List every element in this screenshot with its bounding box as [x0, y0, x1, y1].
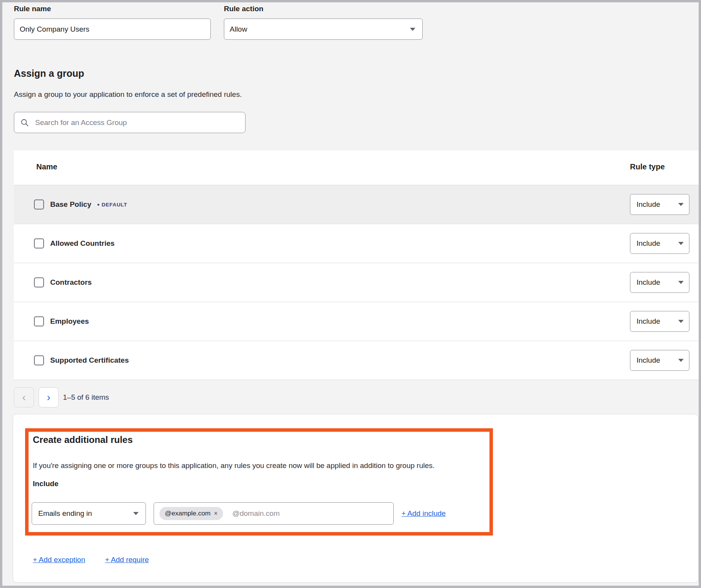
rule-type-select[interactable]: Include [630, 350, 689, 371]
additional-rules-description: If you're assigning one or more groups t… [33, 461, 435, 470]
domain-input[interactable] [232, 509, 388, 518]
chevron-down-icon [678, 281, 684, 284]
rule-type-column-header: Rule type [630, 162, 665, 171]
email-domains-input-box[interactable]: @example.com × [154, 502, 394, 525]
table-row: Allowed Countries Include [14, 224, 699, 263]
row-checkbox[interactable] [34, 199, 44, 210]
chevron-down-icon [410, 28, 415, 31]
search-input[interactable] [34, 118, 239, 127]
group-table-header: Name Rule type [14, 150, 699, 185]
rule-type-select[interactable]: Include [630, 233, 689, 254]
rule-name-input[interactable] [14, 19, 211, 40]
chevron-left-icon: ‹ [22, 392, 26, 403]
assign-group-heading: Assign a group [14, 68, 84, 79]
table-row: Contractors Include [14, 263, 699, 302]
row-checkbox[interactable] [34, 277, 44, 287]
chevron-down-icon [678, 203, 684, 206]
app-screen: Rule name Rule action Allow Assign a gro… [0, 0, 701, 588]
add-include-link[interactable]: + Add include [401, 509, 446, 518]
email-chip-text: @example.com [165, 510, 210, 517]
default-badge-text: DEFAULT [102, 202, 127, 208]
create-additional-rules-heading: Create additional rules [33, 434, 133, 445]
row-checkbox[interactable] [34, 355, 44, 365]
rule-type-value: Include [637, 278, 660, 287]
chevron-down-icon [678, 359, 684, 362]
chevron-down-icon [678, 242, 684, 245]
row-checkbox[interactable] [34, 238, 44, 248]
table-row: Base Policy • DEFAULT Include [14, 185, 699, 224]
group-name: Allowed Countries [50, 239, 115, 248]
add-exception-link[interactable]: + Add exception [33, 556, 85, 564]
close-icon[interactable]: × [214, 510, 217, 517]
pagination-next-button[interactable]: › [39, 387, 59, 407]
rule-action-select[interactable]: Allow [224, 19, 423, 40]
row-label: Contractors [50, 263, 92, 302]
assign-group-description: Assign a group to your application to en… [14, 90, 242, 99]
rule-type-value: Include [637, 239, 660, 248]
chevron-down-icon [133, 512, 139, 515]
rule-type-select[interactable]: Include [630, 272, 689, 293]
rule-action-label: Rule action [224, 5, 263, 13]
group-name: Supported Certificates [50, 356, 129, 365]
include-label: Include [33, 480, 59, 488]
rule-action-value: Allow [230, 25, 247, 34]
add-require-link[interactable]: + Add require [105, 556, 149, 564]
chevron-down-icon [678, 320, 684, 323]
condition-value: Emails ending in [38, 509, 92, 518]
group-name: Employees [50, 317, 89, 326]
table-row: Employees Include [14, 302, 699, 341]
row-label: Supported Certificates [50, 341, 129, 380]
rule-type-value: Include [637, 200, 660, 209]
row-label: Employees [50, 302, 89, 341]
pagination-prev-button[interactable]: ‹ [14, 387, 34, 407]
group-name: Base Policy [50, 200, 91, 209]
rule-name-label: Rule name [14, 5, 51, 13]
rule-type-select[interactable]: Include [630, 194, 689, 215]
name-column-header: Name [36, 162, 57, 171]
pagination-range: 1–5 of 6 items [63, 393, 109, 402]
rule-type-select[interactable]: Include [630, 311, 689, 332]
condition-select[interactable]: Emails ending in [32, 502, 146, 525]
group-table: Name Rule type Base Policy • DEFAULT Inc… [14, 150, 699, 380]
rule-type-value: Include [637, 356, 660, 365]
default-badge: • DEFAULT [97, 201, 127, 208]
access-group-search-box[interactable] [14, 112, 246, 133]
search-icon [20, 118, 29, 127]
row-label: Allowed Countries [50, 224, 115, 263]
group-name: Contractors [50, 278, 92, 287]
email-chip: @example.com × [159, 507, 223, 520]
row-checkbox[interactable] [34, 316, 44, 326]
table-row: Supported Certificates Include [14, 341, 699, 380]
chevron-right-icon: › [47, 392, 51, 403]
bullet-icon: • [97, 201, 100, 208]
rule-type-value: Include [637, 317, 660, 326]
row-label: Base Policy • DEFAULT [50, 185, 127, 224]
